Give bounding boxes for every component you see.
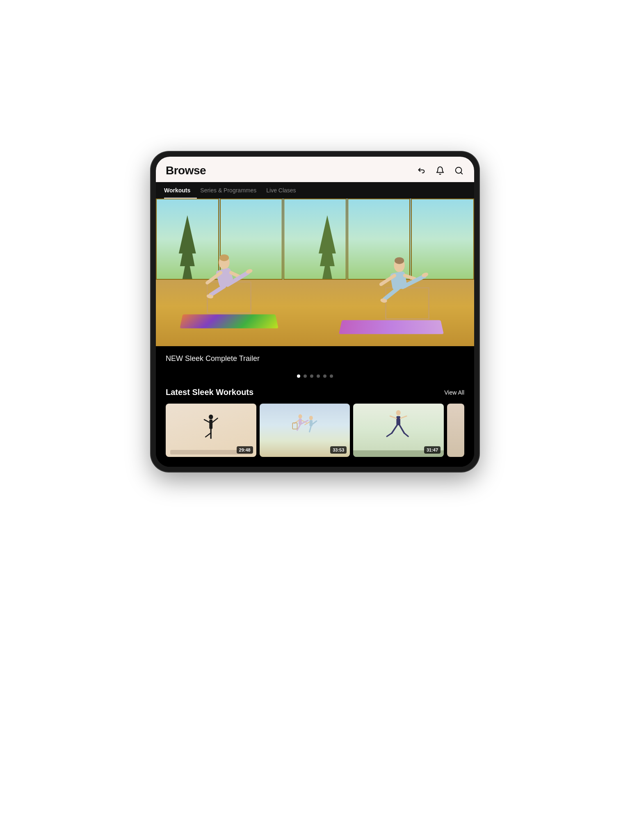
latest-section-header: Latest Sleek Workouts View All	[156, 386, 474, 404]
workout-grid: 29:48	[156, 404, 474, 467]
svg-line-44	[387, 433, 392, 436]
tab-series[interactable]: Series & Programmes	[200, 182, 263, 199]
svg-line-1	[461, 172, 462, 174]
notification-button[interactable]	[435, 165, 445, 176]
hero-info: NEW Sleek Complete Trailer	[156, 346, 474, 370]
view-all-button[interactable]: View All	[444, 389, 464, 396]
phone-frame: Browse	[151, 152, 479, 472]
duration-2: 33:53	[330, 446, 347, 454]
hero-title: NEW Sleek Complete Trailer	[166, 354, 464, 363]
app-header: Browse	[156, 157, 474, 182]
yoga-mat-right	[339, 320, 444, 334]
svg-line-22	[204, 420, 209, 422]
svg-line-25	[205, 433, 211, 437]
svg-point-38	[396, 410, 401, 415]
card-4-bg	[447, 404, 464, 457]
svg-rect-34	[309, 420, 313, 426]
svg-line-42	[392, 425, 397, 433]
workout-card-3[interactable]: 31:47	[353, 404, 444, 457]
dot-1[interactable]	[297, 374, 300, 378]
workout-card-1[interactable]: 29:48	[166, 404, 256, 457]
svg-point-33	[309, 415, 313, 420]
svg-point-20	[209, 415, 213, 420]
carousel-dots	[156, 370, 474, 386]
svg-line-7	[210, 286, 224, 295]
workout-card-2[interactable]: 33:53	[260, 404, 350, 457]
svg-line-36	[313, 421, 317, 424]
header-icons	[416, 165, 464, 176]
hero-image[interactable]	[156, 199, 474, 346]
svg-line-45	[404, 433, 409, 436]
duration-3: 31:47	[424, 446, 441, 454]
svg-line-23	[212, 418, 217, 422]
tab-workouts[interactable]: Workouts	[164, 182, 197, 199]
person-right	[347, 238, 459, 320]
duration-1: 29:48	[237, 446, 253, 454]
svg-line-16	[384, 288, 398, 299]
phone-screen: Browse	[156, 157, 474, 467]
svg-line-30	[297, 425, 300, 430]
svg-rect-39	[397, 416, 401, 425]
svg-line-43	[400, 425, 404, 433]
back-button[interactable]	[416, 165, 427, 176]
dot-5[interactable]	[323, 374, 326, 378]
svg-line-15	[404, 276, 415, 279]
svg-point-26	[298, 414, 302, 419]
search-button[interactable]	[454, 165, 464, 176]
tab-live[interactable]: Live Clases	[266, 182, 302, 199]
svg-line-40	[390, 416, 397, 418]
dot-4[interactable]	[317, 374, 320, 378]
section-title: Latest Sleek Workouts	[166, 388, 253, 397]
person-left	[172, 235, 283, 317]
tree-2	[315, 215, 340, 279]
dot-2[interactable]	[304, 374, 307, 378]
dot-6[interactable]	[330, 374, 333, 378]
phone-wrapper: Browse	[151, 152, 479, 472]
dot-3[interactable]	[310, 374, 313, 378]
nav-tabs: Workouts Series & Programmes Live Clases	[156, 182, 474, 199]
page-title: Browse	[166, 164, 206, 177]
svg-point-12	[395, 257, 404, 264]
svg-rect-21	[209, 420, 212, 429]
svg-rect-32	[292, 423, 297, 429]
hero-section: NEW Sleek Complete Trailer	[156, 199, 474, 386]
svg-line-37	[309, 426, 311, 432]
svg-line-41	[400, 416, 406, 418]
workout-card-4[interactable]	[447, 404, 464, 457]
svg-point-3	[219, 254, 229, 261]
window-pane-3	[283, 199, 347, 280]
